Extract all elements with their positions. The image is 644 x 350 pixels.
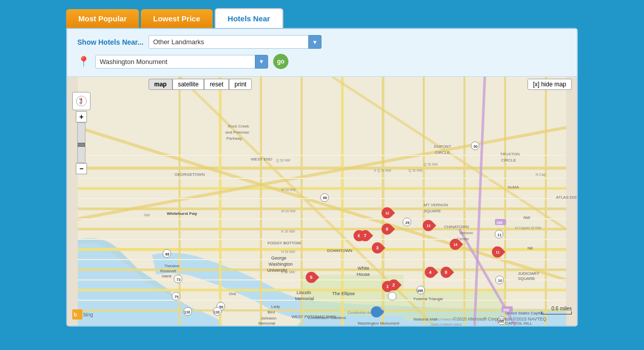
zoom-slider[interactable] <box>77 122 85 163</box>
map-pin-2[interactable]: 2 <box>388 278 400 293</box>
map-pin-8[interactable]: 8 <box>440 266 452 280</box>
compass-control[interactable]: N S <box>72 92 91 110</box>
svg-text:bing: bing <box>83 312 93 317</box>
controls-area: Show Hotels Near... Other Landmarks Airp… <box>67 29 577 77</box>
main-panel: Show Hotels Near... Other Landmarks Airp… <box>66 28 578 327</box>
svg-text:and Potomac: and Potomac <box>225 130 249 135</box>
map-pin-7[interactable]: 7 <box>359 229 371 243</box>
svg-text:DUPONT: DUPONT <box>434 144 451 149</box>
svg-text:110: 110 <box>184 310 190 314</box>
zoom-in-button[interactable]: + <box>76 111 87 122</box>
map-pin-14[interactable]: 14 <box>449 238 461 252</box>
svg-text:b: b <box>74 312 77 317</box>
scale-line <box>541 311 572 314</box>
location-select[interactable]: Washington Monument Lincoln Memorial Whi… <box>95 55 268 69</box>
svg-text:FOGGY BOTTOM: FOGGY BOTTOM <box>268 241 301 245</box>
map-svg: GEORGETOWN Whitehurst Fwy Theodore Roose… <box>67 77 577 326</box>
svg-text:House: House <box>357 272 370 277</box>
svg-text:M St NW: M St NW <box>281 188 296 192</box>
svg-text:NoMA: NoMA <box>508 185 519 189</box>
go-button[interactable]: go <box>273 54 288 69</box>
svg-text:Washington Monument: Washington Monument <box>358 321 400 326</box>
map-pin-3[interactable]: 3 <box>371 241 384 256</box>
map-view-button[interactable]: map <box>149 79 172 90</box>
svg-text:Lincoln: Lincoln <box>297 290 311 295</box>
svg-text:Whitehurst Fwy: Whitehurst Fwy <box>167 211 197 216</box>
svg-text:CAPITOL HILL: CAPITOL HILL <box>505 321 532 326</box>
zoom-controls: + − <box>72 111 91 174</box>
svg-text:SOUTHWEST: SOUTHWEST <box>434 318 454 321</box>
svg-text:N Cap: N Cap <box>536 173 546 177</box>
svg-text:TRUXTON: TRUXTON <box>500 152 520 156</box>
svg-text:Bird: Bird <box>268 310 275 314</box>
map-pin-13[interactable]: 13 <box>422 219 434 233</box>
svg-text:CHINATOWN: CHINATOWN <box>444 225 469 229</box>
svg-text:GEORGETOWN: GEORGETOWN <box>174 172 205 177</box>
svg-text:29: 29 <box>405 221 409 225</box>
zoom-out-button[interactable]: − <box>76 163 87 174</box>
svg-text:George: George <box>271 256 286 261</box>
svg-text:Washington: Washington <box>269 262 292 267</box>
svg-text:EMPLOYMENT AREA: EMPLOYMENT AREA <box>431 323 462 326</box>
svg-text:10: 10 <box>498 279 502 282</box>
svg-text:Lady: Lady <box>271 304 280 309</box>
svg-text:73: 73 <box>177 278 181 281</box>
map-navigation: N S + − <box>72 92 91 174</box>
zoom-slider-thumb <box>78 143 85 147</box>
landmark-dropdown-wrapper: Other Landmarks Airports Convention Cent… <box>149 35 321 49</box>
svg-rect-3 <box>403 290 505 321</box>
svg-text:395: 395 <box>496 221 503 225</box>
svg-text:WEST POTOMAC PARK: WEST POTOMAC PARK <box>291 314 337 319</box>
location-dropdown-arrow[interactable]: ▼ <box>255 55 268 69</box>
map-pin-11[interactable]: 11 <box>491 245 504 260</box>
svg-text:Q St NW: Q St NW <box>276 158 290 163</box>
print-button[interactable]: print <box>229 79 252 90</box>
svg-text:395: 395 <box>417 289 423 293</box>
svg-text:CIRCLE: CIRCLE <box>435 150 450 155</box>
map-pin-9[interactable]: 9 <box>381 222 393 237</box>
svg-text:K St NW: K St NW <box>281 230 295 233</box>
svg-text:Ord: Ord <box>229 292 236 296</box>
svg-text:JUDICIARY: JUDICIARY <box>518 271 540 276</box>
svg-text:E St NW: E St NW <box>281 270 295 274</box>
reset-button[interactable]: reset <box>204 79 229 90</box>
svg-text:N: N <box>79 98 81 101</box>
svg-text:75: 75 <box>174 295 179 299</box>
svg-text:66: 66 <box>165 252 169 256</box>
map-toolbar: map satellite reset print <box>149 79 252 90</box>
svg-text:WEST END: WEST END <box>251 157 272 162</box>
map-pin-landmark[interactable] <box>370 305 383 320</box>
map-attribution: ©2015 Microsoft Corporation ©2015 NAVTEQ <box>453 316 546 322</box>
lowest-price-tab[interactable]: Lowest Price <box>141 9 213 28</box>
bing-logo: b bing <box>72 309 103 322</box>
svg-text:DOWNTOWN: DOWNTOWN <box>327 248 353 253</box>
scale-label: 0.6 miles <box>541 306 572 311</box>
satellite-view-button[interactable]: satellite <box>172 79 204 90</box>
svg-text:395: 395 <box>503 308 509 312</box>
svg-text:SQUARE: SQUARE <box>518 276 535 281</box>
map-pin-5[interactable]: 5 <box>305 271 317 285</box>
svg-text:66: 66 <box>323 196 327 200</box>
landmark-dropdown-arrow[interactable]: ▼ <box>308 35 321 49</box>
svg-text:Memorial: Memorial <box>258 321 275 326</box>
svg-text:Verizon: Verizon <box>459 231 473 235</box>
svg-text:White: White <box>358 266 369 271</box>
svg-text:11: 11 <box>497 233 502 237</box>
landmark-type-select[interactable]: Other Landmarks Airports Convention Cent… <box>149 35 321 49</box>
svg-text:S Q St NW: S Q St NW <box>374 169 392 173</box>
svg-text:Rock Creek: Rock Creek <box>228 124 250 129</box>
svg-text:Memorial: Memorial <box>295 296 314 301</box>
map-pin-4[interactable]: 4 <box>424 266 436 280</box>
svg-text:Parkway: Parkway <box>226 136 242 141</box>
map-container: GEORGETOWN Whitehurst Fwy Theodore Roose… <box>67 77 577 326</box>
svg-text:ATLAS DISTRICT: ATLAS DISTRICT <box>556 195 577 200</box>
svg-text:Johnson: Johnson <box>261 316 276 321</box>
hotels-near-tab[interactable]: Hotels Near <box>215 8 283 28</box>
svg-text:MT VERNON: MT VERNON <box>424 203 448 207</box>
most-popular-tab[interactable]: Most Popular <box>66 9 139 28</box>
hide-map-button[interactable]: [x] hide map <box>528 79 572 90</box>
svg-text:CIRCLE: CIRCLE <box>501 158 516 163</box>
svg-text:Roosevelt: Roosevelt <box>160 269 176 273</box>
show-hotels-label: Show Hotels Near... <box>77 38 143 46</box>
map-pin-12[interactable]: 12 <box>381 206 393 220</box>
